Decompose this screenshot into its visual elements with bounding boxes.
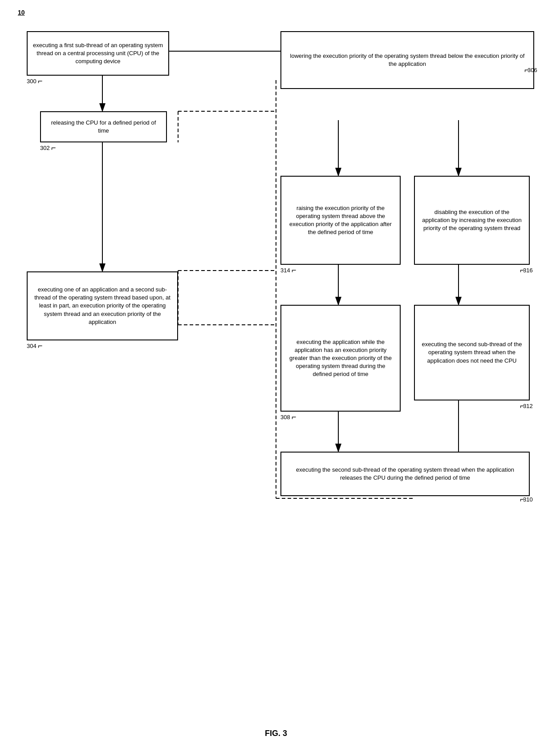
page: 10: [0, 0, 552, 756]
box-300: executing a first sub-thread of an opera…: [27, 31, 169, 76]
ref-304: 304: [27, 343, 37, 349]
ref-310-curve: ⌐: [520, 495, 525, 504]
ref-314-curve: ⌐: [292, 266, 296, 275]
ref-300: 300: [27, 78, 37, 85]
ref-304-curve: ⌐: [38, 341, 43, 351]
figure-label: 10: [18, 9, 25, 16]
box-316: disabling the execution of the applicati…: [414, 176, 530, 265]
ref-312-curve: ⌐: [520, 401, 525, 411]
box-308: executing the application while the appl…: [280, 305, 401, 412]
ref-300-curve: ⌐: [38, 77, 43, 86]
ref-302: 302: [40, 145, 50, 151]
ref-314: 314: [280, 267, 290, 274]
box-302: releasing the CPU for a defined period o…: [40, 111, 167, 142]
ref-316-curve: ⌐: [520, 266, 525, 275]
ref-308-curve: ⌐: [292, 412, 296, 422]
figure-caption: FIG. 3: [265, 729, 287, 738]
ref-302-curve: ⌐: [51, 143, 56, 153]
box-314: raising the execution priority of the op…: [280, 176, 401, 265]
ref-306-curve: ⌐: [524, 65, 529, 75]
box-312: executing the second sub-thread of the o…: [414, 305, 530, 400]
flowchart: executing a first sub-thread of an opera…: [13, 22, 539, 725]
ref-308: 308: [280, 414, 290, 420]
box-304: executing one of an application and a se…: [27, 271, 178, 340]
box-310: executing the second sub-thread of the o…: [280, 452, 530, 496]
box-306: lowering the execution priority of the o…: [280, 31, 534, 89]
